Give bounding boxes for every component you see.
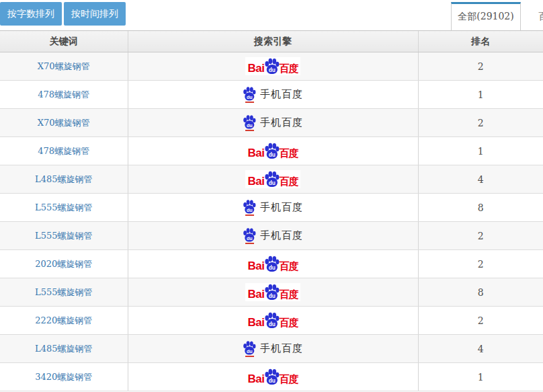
baidu-paw-icon: du bbox=[243, 341, 256, 355]
keyword-link[interactable]: L485螺旋钢管 bbox=[35, 174, 92, 184]
sort-by-wordcount-button[interactable]: 按字数排列 bbox=[0, 2, 62, 26]
baidu-logo-text-bai: Bai bbox=[248, 288, 265, 301]
baidu-paw-icon: du bbox=[264, 368, 280, 385]
mobile-baidu-label: 手机百度 bbox=[260, 202, 303, 212]
baidu-logo: Baidu百度 bbox=[245, 170, 301, 188]
table-row: 2220螺旋钢管Baidu百度2 bbox=[0, 307, 543, 335]
keyword-link[interactable]: X70螺旋钢管 bbox=[38, 118, 90, 128]
keyword-cell: X70螺旋钢管 bbox=[0, 109, 128, 137]
keyword-link[interactable]: L555螺旋钢管 bbox=[35, 202, 92, 212]
keyword-cell: L485螺旋钢管 bbox=[0, 165, 128, 194]
baidu-logo: Baidu百度 bbox=[245, 368, 301, 386]
rank-cell: 1 bbox=[418, 137, 543, 165]
baidu-paw-du-text: du bbox=[269, 378, 276, 384]
baidu-paw-du-text: du bbox=[269, 180, 276, 186]
mobile-baidu-label: 手机百度 bbox=[260, 231, 303, 241]
baidu-paw-du-text: du bbox=[269, 67, 276, 73]
baidu-paw-icon: du bbox=[264, 171, 280, 188]
table-row: 478螺旋钢管Baidu百度1 bbox=[0, 137, 543, 165]
mobile-baidu-engine: du手机百度 bbox=[243, 87, 303, 103]
col-header-rank: 排名 bbox=[418, 31, 543, 52]
keyword-link[interactable]: L485螺旋钢管 bbox=[35, 344, 92, 354]
baidu-logo-text-cn: 百度 bbox=[279, 317, 298, 329]
table-row: 2020螺旋钢管Baidu百度2 bbox=[0, 250, 543, 278]
tab-baidu[interactable]: 百度 bbox=[521, 2, 543, 30]
baidu-paw-icon: du bbox=[264, 312, 280, 329]
mobile-baidu-icon: du bbox=[243, 200, 256, 216]
baidu-paw-du-text: du bbox=[269, 321, 276, 327]
tab-all[interactable]: 全部(29102) bbox=[451, 2, 521, 30]
baidu-paw-du-text: du bbox=[269, 265, 276, 271]
mobile-baidu-underline bbox=[245, 102, 254, 103]
keyword-link[interactable]: 2020螺旋钢管 bbox=[35, 259, 92, 269]
rank-cell: 8 bbox=[418, 278, 543, 307]
table-row: L485螺旋钢管Baidu百度4 bbox=[0, 165, 543, 194]
keyword-link[interactable]: 478螺旋钢管 bbox=[38, 146, 89, 156]
baidu-logo-text-cn: 百度 bbox=[279, 289, 298, 301]
baidu-logo-text-cn: 百度 bbox=[279, 374, 298, 385]
table-row: L485螺旋钢管du手机百度4 bbox=[0, 335, 543, 363]
baidu-logo: Baidu百度 bbox=[245, 283, 301, 301]
engine-cell: du手机百度 bbox=[128, 109, 418, 137]
table-row: X70螺旋钢管Baidu百度2 bbox=[0, 52, 543, 81]
rank-cell: 4 bbox=[418, 165, 543, 194]
rank-cell: 8 bbox=[418, 194, 543, 222]
baidu-paw-icon: du bbox=[264, 284, 280, 301]
keyword-cell: 478螺旋钢管 bbox=[0, 137, 128, 165]
engine-cell: du手机百度 bbox=[128, 81, 418, 109]
keyword-cell: 2220螺旋钢管 bbox=[0, 307, 128, 335]
table-row: L555螺旋钢管du手机百度2 bbox=[0, 222, 543, 250]
keyword-cell: X70螺旋钢管 bbox=[0, 52, 128, 81]
sort-by-time-button[interactable]: 按时间排列 bbox=[64, 2, 126, 26]
keyword-cell: 3420螺旋钢管 bbox=[0, 363, 128, 391]
table-row: X70螺旋钢管du手机百度2 bbox=[0, 109, 543, 137]
engine-cell: Baidu百度 bbox=[128, 307, 418, 335]
keyword-cell: 478螺旋钢管 bbox=[0, 81, 128, 109]
engine-cell: du手机百度 bbox=[128, 335, 418, 363]
engine-cell: Baidu百度 bbox=[128, 250, 418, 278]
mobile-baidu-label: 手机百度 bbox=[260, 344, 303, 354]
engine-cell: du手机百度 bbox=[128, 194, 418, 222]
baidu-logo-text-bai: Bai bbox=[248, 63, 265, 75]
baidu-logo: Baidu百度 bbox=[245, 255, 301, 273]
toolbar: 按字数排列 按时间排列 全部(29102) 百度 bbox=[0, 0, 543, 30]
keyword-link[interactable]: L555螺旋钢管 bbox=[35, 231, 92, 241]
rank-cell: 2 bbox=[418, 52, 543, 81]
keyword-cell: L555螺旋钢管 bbox=[0, 194, 128, 222]
engine-cell: Baidu百度 bbox=[128, 278, 418, 307]
rank-cell: 1 bbox=[418, 363, 543, 391]
baidu-logo: Baidu百度 bbox=[245, 311, 301, 329]
keyword-link[interactable]: L555螺旋钢管 bbox=[35, 287, 92, 297]
baidu-paw-du-text: du bbox=[247, 93, 253, 100]
tab-bar: 全部(29102) 百度 bbox=[451, 2, 543, 30]
baidu-logo-text-cn: 百度 bbox=[279, 261, 298, 272]
mobile-baidu-icon: du bbox=[243, 87, 256, 103]
mobile-baidu-underline bbox=[245, 130, 254, 131]
mobile-baidu-engine: du手机百度 bbox=[243, 115, 303, 131]
mobile-baidu-engine: du手机百度 bbox=[243, 341, 303, 357]
baidu-logo-text-bai: Bai bbox=[248, 373, 265, 385]
baidu-logo-text-bai: Bai bbox=[248, 147, 265, 159]
rank-cell: 4 bbox=[418, 335, 543, 363]
baidu-logo-text-bai: Bai bbox=[248, 260, 265, 272]
keyword-link[interactable]: 478螺旋钢管 bbox=[38, 89, 89, 100]
rank-cell: 2 bbox=[418, 307, 543, 335]
keyword-link[interactable]: 3420螺旋钢管 bbox=[35, 372, 92, 382]
keyword-link[interactable]: X70螺旋钢管 bbox=[38, 61, 90, 71]
table-header-row: 关键词 搜索引擎 排名 bbox=[0, 31, 543, 52]
baidu-paw-icon: du bbox=[264, 143, 280, 159]
baidu-paw-icon: du bbox=[264, 58, 280, 75]
mobile-baidu-icon: du bbox=[243, 228, 256, 244]
baidu-paw-du-text: du bbox=[269, 293, 276, 299]
rank-cell: 2 bbox=[418, 250, 543, 278]
rank-cell: 2 bbox=[418, 222, 543, 250]
engine-cell: Baidu百度 bbox=[128, 137, 418, 165]
baidu-logo: Baidu百度 bbox=[245, 142, 301, 160]
baidu-paw-icon: du bbox=[264, 256, 280, 272]
mobile-baidu-underline bbox=[245, 356, 254, 357]
table-body: X70螺旋钢管Baidu百度2478螺旋钢管du手机百度1X70螺旋钢管du手机… bbox=[0, 52, 543, 391]
keyword-link[interactable]: 2220螺旋钢管 bbox=[35, 315, 92, 325]
mobile-baidu-underline bbox=[245, 243, 254, 244]
table-row: L555螺旋钢管Baidu百度8 bbox=[0, 278, 543, 307]
table-row: 3420螺旋钢管Baidu百度1 bbox=[0, 363, 543, 391]
